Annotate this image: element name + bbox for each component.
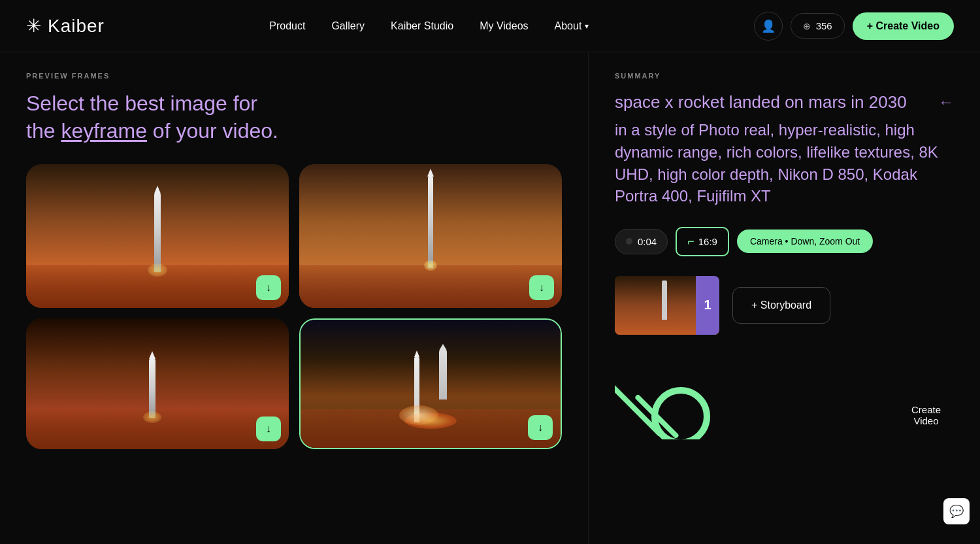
nav-links: Product Gallery Kaiber Studio My Videos …: [269, 20, 589, 32]
storyboard-row: 1 + Storyboard: [615, 276, 954, 335]
summary-style: in a style of Photo real, hyper-realisti…: [615, 119, 954, 207]
nav-link-kaiber-studio[interactable]: Kaiber Studio: [391, 20, 453, 31]
nav-item-kaiber-studio[interactable]: Kaiber Studio: [391, 20, 453, 32]
left-panel: PREVIEW FRAMES Select the best image for…: [0, 52, 588, 544]
about-chevron-icon: ▾: [585, 22, 589, 31]
download-button-2[interactable]: ↓: [529, 275, 554, 300]
watermark-shapes: [615, 374, 710, 439]
nav-link-about[interactable]: About ▾: [555, 20, 589, 32]
download-icon-1: ↓: [266, 282, 271, 294]
download-icon-3: ↓: [266, 423, 271, 435]
back-arrow-button[interactable]: ←: [938, 93, 954, 111]
preview-title: Select the best image for the keyframe o…: [26, 90, 562, 144]
download-button-3[interactable]: ↓: [256, 416, 281, 441]
download-icon-4: ↓: [538, 422, 543, 434]
camera-label: Camera • Down, Zoom Out: [750, 236, 860, 246]
credits-button[interactable]: ⊕ 356: [791, 13, 845, 39]
bracket-left-icon: ⌐: [687, 235, 694, 248]
user-profile-button[interactable]: 👤: [754, 12, 783, 41]
right-panel: SUMMARY space x rocket landed on mars in…: [588, 52, 980, 544]
add-storyboard-button[interactable]: + Storyboard: [732, 287, 830, 324]
preview-image-2[interactable]: ↓: [299, 164, 562, 308]
summary-title: space x rocket landed on mars in 2030: [615, 90, 925, 114]
nav-item-gallery[interactable]: Gallery: [331, 20, 365, 32]
nav-item-about[interactable]: About ▾: [555, 20, 589, 32]
aspect-ratio-value: 16:9: [698, 236, 717, 247]
nav-item-my-videos[interactable]: My Videos: [480, 20, 528, 32]
summary-tags: 0:04 ⌐ 16:9 Camera • Down, Zoom Out: [615, 227, 954, 256]
nav-link-my-videos[interactable]: My Videos: [480, 20, 528, 31]
create-video-text: Create Video: [911, 404, 941, 426]
bottom-decoration: Create Video: [615, 361, 954, 439]
summary-header: space x rocket landed on mars in 2030 ←: [615, 90, 954, 114]
chat-icon: 💬: [949, 504, 964, 518]
create-video-button[interactable]: + Create Video: [853, 12, 954, 40]
nav-link-product[interactable]: Product: [269, 20, 305, 31]
preview-image-3[interactable]: ↓: [26, 318, 289, 449]
duration-tag: 0:04: [615, 229, 668, 254]
download-icon-2: ↓: [539, 282, 544, 294]
create-video-label: + Create Video: [867, 20, 939, 32]
nav-item-product[interactable]: Product: [269, 20, 305, 32]
keyframe-text: keyframe: [61, 119, 147, 143]
user-icon: 👤: [761, 19, 776, 33]
logo[interactable]: ✳ Kaiber: [26, 15, 105, 37]
credits-amount: 356: [816, 20, 832, 31]
nav-link-gallery[interactable]: Gallery: [331, 20, 365, 31]
aspect-ratio-tag: ⌐ 16:9: [676, 227, 729, 256]
download-button-4[interactable]: ↓: [528, 415, 553, 440]
credits-icon: ⊕: [803, 21, 811, 31]
preview-frames-label: PREVIEW FRAMES: [26, 72, 562, 80]
camera-tag: Camera • Down, Zoom Out: [737, 230, 873, 253]
main-content: PREVIEW FRAMES Select the best image for…: [0, 52, 980, 544]
navbar: ✳ Kaiber Product Gallery Kaiber Studio M…: [0, 0, 980, 52]
storyboard-thumbnail[interactable]: 1: [615, 276, 719, 335]
preview-image-1[interactable]: ↓: [26, 164, 289, 308]
download-button-1[interactable]: ↓: [256, 275, 281, 300]
storyboard-number: 1: [696, 276, 719, 335]
preview-image-4[interactable]: ↓: [299, 318, 562, 449]
duration-value: 0:04: [638, 236, 657, 247]
summary-label: SUMMARY: [615, 72, 954, 80]
nav-right: 👤 ⊕ 356 + Create Video: [754, 12, 954, 41]
duration-dot: [626, 238, 632, 245]
logo-text: Kaiber: [48, 16, 105, 37]
logo-icon: ✳: [26, 15, 41, 37]
image-grid: ↓ ↓: [26, 164, 562, 449]
chat-button[interactable]: 💬: [943, 498, 970, 524]
